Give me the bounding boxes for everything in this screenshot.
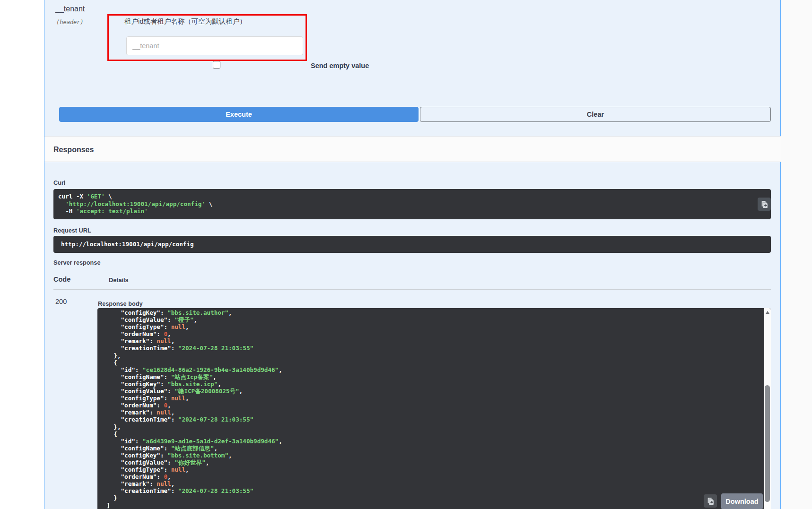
scroll-up-arrow-icon[interactable] (766, 311, 769, 314)
response-body-label: Response body (98, 301, 142, 307)
operation-panel: __tenant (header) 租户id或者租户名称（可空为默认租户） Se… (44, 0, 781, 509)
param-name: __tenant (55, 5, 85, 13)
clipboard-copy-icon (707, 497, 715, 505)
response-body-block: "configKey": "bbs.site.author", "configV… (97, 308, 771, 509)
swagger-page: __tenant (header) 租户id或者租户名称（可空为默认租户） Se… (0, 0, 812, 509)
param-location: (header) (56, 19, 84, 26)
curl-label: Curl (53, 180, 65, 186)
server-response-label: Server response (53, 259, 100, 266)
scrollbar-thumb[interactable] (765, 385, 770, 502)
table-divider (53, 289, 771, 290)
response-body-json: "configKey": "bbs.site.author", "configV… (97, 308, 771, 509)
param-description: 租户id或者租户名称（可空为默认租户） (124, 17, 246, 26)
clipboard-copy-icon[interactable] (704, 494, 717, 508)
curl-command: curl -X 'GET' \ 'http://localhost:19001/… (53, 189, 771, 219)
request-url-value: http://localhost:19001/api/app/config (53, 236, 771, 253)
send-empty-value-checkbox[interactable] (213, 61, 220, 69)
responses-title: Responses (53, 146, 94, 154)
clipboard-copy-icon[interactable] (758, 198, 771, 211)
execute-button[interactable]: Execute (59, 107, 419, 122)
tenant-input[interactable] (126, 36, 303, 55)
details-column-header: Details (109, 277, 129, 284)
page-background (781, 0, 812, 509)
responses-header: Responses (44, 136, 781, 162)
response-body-scrollbar[interactable] (764, 308, 771, 509)
clipboard-copy-icon (760, 200, 768, 208)
request-url-label: Request URL (53, 227, 91, 234)
annotation-red-box: 租户id或者租户名称（可空为默认租户） (107, 14, 307, 61)
clear-button[interactable]: Clear (420, 107, 771, 122)
code-column-header: Code (53, 276, 70, 283)
status-code: 200 (55, 298, 67, 305)
download-button[interactable]: Download (721, 493, 763, 509)
send-empty-value-label: Send empty value (311, 62, 369, 69)
